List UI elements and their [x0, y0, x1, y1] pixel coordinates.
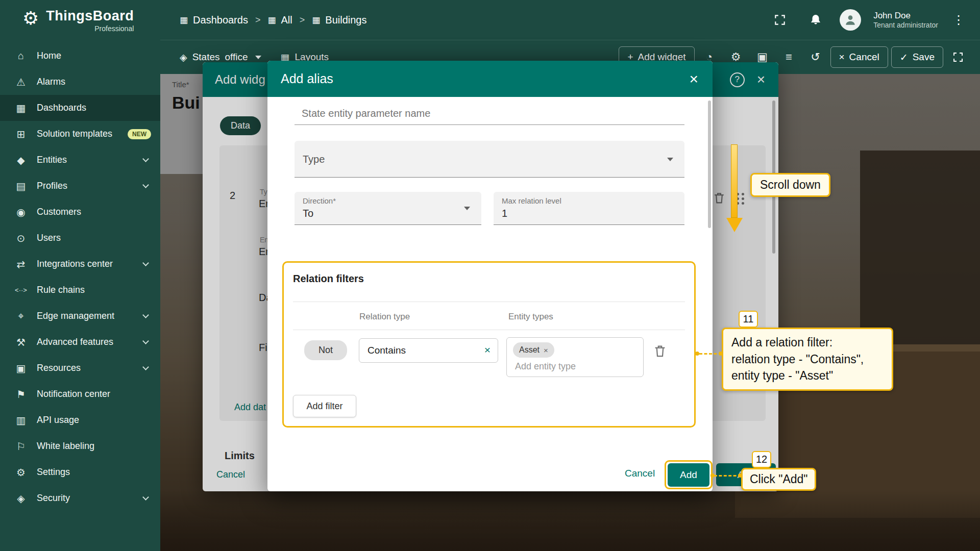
expand-icon[interactable] [946, 46, 970, 68]
screen: Title* Bui ⚙ ThingsBoard Professional ⌂H… [0, 0, 980, 551]
close-icon[interactable]: × [689, 70, 698, 88]
sidebar-item-label: Security [37, 493, 143, 504]
max-relation-level-label: Max relation level [502, 196, 561, 205]
breadcrumb-buildings[interactable]: ▦Buildings [312, 14, 366, 26]
breadcrumb-dashboards[interactable]: ▦Dashboards [180, 14, 248, 26]
sidebar-item-solution-templates[interactable]: ⊞Solution templatesNEW [0, 121, 160, 147]
connector-dot [695, 352, 699, 356]
api-usage-icon: ▥ [13, 414, 29, 427]
delete-filter-icon[interactable] [652, 343, 668, 361]
sidebar-item-customers[interactable]: ◉Customers [0, 199, 160, 225]
clear-icon[interactable]: × [484, 344, 491, 356]
negate-toggle[interactable]: Not [304, 340, 347, 360]
sidebar-item-entities[interactable]: ◆Entities [0, 147, 160, 173]
add-filter-button[interactable]: Add filter [293, 395, 356, 417]
entity-types-input[interactable]: Asset × Add entity type [506, 337, 644, 377]
step-12-callout: Click "Add" [741, 468, 816, 491]
scroll-down-arrow-head [726, 218, 743, 232]
sidebar-item-alarms[interactable]: ⚠Alarms [0, 69, 160, 95]
dashboards-icon: ▦ [180, 15, 188, 26]
type-select[interactable]: Type [295, 141, 684, 178]
max-relation-level-value: 1 [502, 208, 507, 219]
entity-type-placeholder: Add entity type [515, 361, 576, 372]
sidebar-item-white-labeling[interactable]: ⚐White labeling [0, 433, 160, 459]
connector-dot [738, 473, 742, 478]
sidebar-item-advanced-features[interactable]: ⚒Advanced features [0, 329, 160, 355]
check-icon: ✓ [900, 52, 908, 63]
add-alias-title: Add alias [281, 71, 333, 86]
scrollbar[interactable] [708, 101, 711, 228]
sidebar-item-home[interactable]: ⌂Home [0, 43, 160, 69]
save-button[interactable]: ✓ Save [891, 46, 943, 68]
sidebar-item-resources[interactable]: ▣Resources [0, 355, 160, 381]
security-icon: ◈ [13, 492, 29, 505]
fullscreen-icon[interactable] [768, 9, 792, 31]
chevron-down-icon [142, 156, 149, 162]
cancel-edit-button[interactable]: × Cancel [830, 46, 888, 68]
chip-close-icon[interactable]: × [544, 346, 548, 355]
type-select-label: Type [303, 154, 325, 165]
entity-type-chip-label: Asset [519, 345, 540, 355]
sidebar-item-label: Dashboards [37, 103, 151, 113]
users-icon: ⊙ [13, 232, 29, 244]
state-entity-param-placeholder: State entity parameter name [302, 108, 430, 119]
sidebar-item-api-usage[interactable]: ▥API usage [0, 407, 160, 433]
sidebar-menu: ⌂Home ⚠Alarms ▦Dashboards ⊞Solution temp… [0, 43, 160, 511]
relation-filters-section: Relation filters Relation type Entity ty… [282, 261, 696, 428]
sidebar-item-profiles[interactable]: ▤Profiles [0, 173, 160, 199]
direction-label: Direction* [303, 196, 336, 205]
user-avatar[interactable] [840, 9, 861, 31]
chevron-down-icon [142, 364, 149, 370]
breadcrumb-label: All [281, 14, 292, 26]
relation-type-value: Contains [368, 345, 406, 356]
rule-chains-icon: <··> [13, 286, 29, 294]
sidebar-item-dashboards[interactable]: ▦Dashboards [0, 95, 160, 121]
sidebar-item-label: Users [37, 233, 151, 243]
state-entity-param-field[interactable]: State entity parameter name [295, 97, 684, 125]
notifications-bell-icon[interactable] [804, 9, 827, 31]
sidebar-item-users[interactable]: ⊙Users [0, 225, 160, 251]
direction-select[interactable]: Direction* To [295, 192, 481, 225]
scroll-down-callout: Scroll down [750, 173, 830, 197]
sidebar-item-integrations-center[interactable]: ⇄Integrations center [0, 251, 160, 277]
close-icon: × [839, 52, 845, 63]
breadcrumb-all[interactable]: ▦All [267, 14, 292, 26]
filter-icon[interactable]: ≡ [777, 46, 801, 68]
alias-cancel-button[interactable]: Cancel [625, 468, 655, 479]
sidebar-item-rule-chains[interactable]: <··>Rule chains [0, 277, 160, 303]
sidebar-item-label: Alarms [37, 77, 151, 87]
sidebar-item-label: Profiles [37, 181, 143, 191]
states-select[interactable]: ◈ States office [180, 52, 261, 63]
step-11-badge: 11 [739, 311, 758, 328]
sidebar-item-notification-center[interactable]: ⚑Notification center [0, 381, 160, 407]
top-header: ▦Dashboards > ▦All > ▦Buildings John Doe… [160, 0, 980, 40]
relation-type-input[interactable]: Contains × [359, 338, 498, 363]
states-value: office [225, 52, 248, 63]
home-icon: ⌂ [13, 50, 29, 62]
chevron-down-icon [464, 207, 470, 210]
user-name: John Doe [873, 10, 938, 21]
sidebar-item-label: Edge management [37, 311, 143, 321]
dashboards-icon: ▦ [312, 15, 320, 26]
sidebar-item-label: Settings [37, 467, 151, 478]
version-history-icon[interactable]: ↺ [804, 46, 827, 68]
kebab-menu-icon[interactable]: ⋮ [950, 13, 967, 27]
notification-center-icon: ⚑ [13, 388, 29, 400]
chevron-down-icon [142, 494, 149, 500]
breadcrumb-separator: > [255, 15, 261, 26]
sidebar-item-label: White labeling [37, 441, 151, 452]
sidebar-item-edge-management[interactable]: ⌖Edge management [0, 303, 160, 329]
settings-icon: ⚙ [13, 466, 29, 479]
add-button-highlight [665, 460, 713, 489]
customers-icon: ◉ [13, 206, 29, 218]
breadcrumb: ▦Dashboards > ▦All > ▦Buildings [180, 14, 366, 26]
profiles-icon: ▤ [13, 180, 29, 192]
breadcrumb-separator: > [300, 15, 305, 26]
sidebar-item-security[interactable]: ◈Security [0, 485, 160, 511]
save-label: Save [913, 52, 935, 63]
entity-type-chip[interactable]: Asset × [513, 342, 554, 358]
sidebar-item-settings[interactable]: ⚙Settings [0, 459, 160, 485]
max-relation-level-field[interactable]: Max relation level 1 [494, 192, 684, 225]
logo[interactable]: ⚙ ThingsBoard Professional [22, 8, 134, 33]
thingsboard-logo-icon: ⚙ [22, 8, 39, 29]
